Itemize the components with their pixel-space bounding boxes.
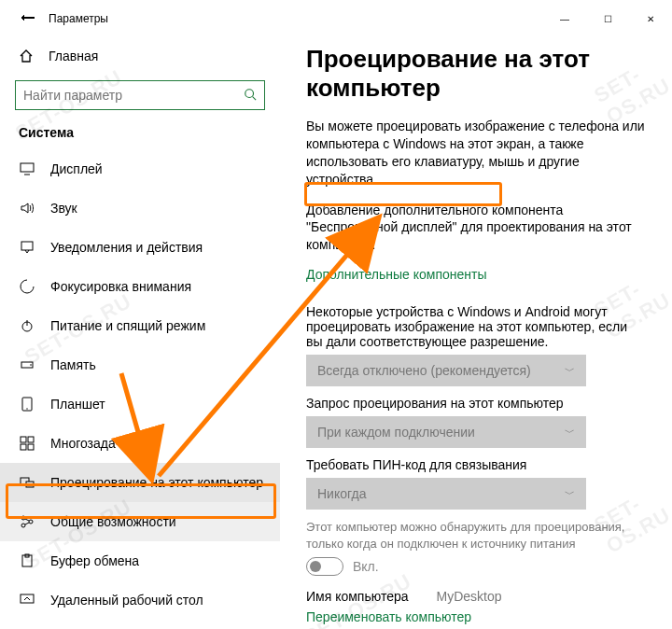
sidebar-item-label: Питание и спящий режим [50, 318, 205, 333]
discover-note: Этот компьютер можно обнаружить для прое… [306, 519, 646, 552]
sidebar-item-focus[interactable]: Фокусировка внимания [0, 267, 280, 306]
chevron-down-icon: ﹀ [565, 364, 575, 378]
svg-rect-2 [21, 163, 34, 172]
svg-rect-12 [28, 437, 34, 442]
sidebar-item-label: Проецирование на этот компьютер [50, 475, 263, 490]
optional-features-link[interactable]: Дополнительные компоненты [306, 267, 487, 282]
shared-icon [19, 514, 35, 529]
search-field[interactable] [23, 88, 244, 103]
sidebar: Главная Система Дисплей Звук Уведомлен [0, 37, 280, 629]
svg-point-10 [26, 408, 27, 409]
sidebar-item-projecting[interactable]: Проецирование на этот компьютер [0, 463, 280, 502]
setting1-value: Всегда отключено (рекомендуется) [317, 363, 531, 378]
notifications-icon [19, 240, 35, 255]
sound-icon [19, 201, 35, 216]
setting3-select[interactable]: Никогда ﹀ [306, 478, 586, 510]
sidebar-item-remote[interactable]: Удаленный рабочий стол [0, 580, 280, 620]
sidebar-item-label: Планшет [50, 397, 105, 412]
minimize-button[interactable]: — [543, 4, 586, 34]
sidebar-item-sound[interactable]: Звук [0, 189, 280, 228]
sidebar-item-label: Общие возможности [50, 514, 176, 529]
window-title: Параметры [45, 12, 543, 25]
sidebar-item-clipboard[interactable]: Буфер обмена [0, 541, 280, 580]
chevron-down-icon: ﹀ [565, 426, 575, 440]
setting3-value: Никогда [317, 486, 366, 501]
maximize-button[interactable]: ☐ [586, 4, 629, 34]
svg-rect-24 [21, 594, 34, 603]
sidebar-item-label: Многозадачность [50, 436, 156, 451]
tablet-icon [19, 397, 35, 412]
page-title: Проецирование на этот компьютер [306, 45, 646, 103]
search-input[interactable] [15, 80, 265, 110]
svg-rect-16 [26, 482, 34, 487]
setting2-select[interactable]: При каждом подключении ﹀ [306, 416, 586, 448]
clipboard-icon [19, 553, 35, 568]
setting2-value: При каждом подключении [317, 425, 475, 440]
svg-point-0 [245, 89, 254, 97]
chevron-down-icon: ﹀ [565, 487, 575, 501]
toggle-label: Вкл. [353, 559, 379, 574]
rename-pc-link[interactable]: Переименовать компьютер [306, 609, 471, 624]
pc-name-value: MyDesktop [437, 589, 502, 604]
svg-line-1 [253, 96, 257, 100]
storage-icon [19, 357, 35, 372]
sidebar-item-power[interactable]: Питание и спящий режим [0, 306, 280, 345]
sidebar-home-label: Главная [49, 49, 98, 63]
sidebar-item-label: Память [50, 357, 96, 372]
display-icon [19, 161, 35, 176]
sidebar-item-tablet[interactable]: Планшет [0, 384, 280, 424]
sidebar-item-label: Звук [50, 201, 77, 216]
svg-point-8 [30, 364, 32, 366]
svg-point-17 [21, 516, 25, 520]
svg-rect-11 [21, 437, 26, 442]
power-icon [19, 318, 35, 333]
sidebar-item-label: Удаленный рабочий стол [50, 593, 203, 608]
svg-line-21 [25, 523, 29, 524]
multitask-icon [19, 436, 35, 451]
svg-rect-4 [21, 242, 33, 250]
projecting-icon [19, 475, 35, 490]
sidebar-item-storage[interactable]: Память [0, 345, 280, 384]
remote-icon [19, 593, 35, 608]
intro-text: Вы можете проецировать изображение с тел… [306, 118, 646, 189]
close-button[interactable]: ✕ [629, 4, 672, 34]
sidebar-item-multitask[interactable]: Многозадачность [0, 424, 280, 463]
content-pane: Проецирование на этот компьютер Вы может… [280, 37, 672, 629]
sidebar-item-label: Дисплей [50, 161, 103, 176]
discover-toggle[interactable] [306, 557, 343, 576]
add-component-text: Добавление дополнительного компонента "Б… [306, 202, 646, 255]
back-button[interactable]: 🠔 [11, 10, 45, 27]
svg-point-19 [21, 524, 25, 527]
setting1-select[interactable]: Всегда отключено (рекомендуется) ﹀ [306, 355, 586, 386]
focus-icon [19, 279, 35, 294]
svg-line-20 [25, 519, 29, 521]
sidebar-item-shared[interactable]: Общие возможности [0, 502, 280, 541]
svg-point-18 [29, 520, 33, 524]
sidebar-section-title: Система [0, 119, 280, 149]
sidebar-home[interactable]: Главная [0, 37, 280, 75]
setting2-label: Запрос проецирования на этот компьютер [306, 396, 646, 411]
setting3-label: Требовать ПИН-код для связывания [306, 457, 646, 472]
setting1-label: Некоторые устройства с Windows и Android… [306, 304, 646, 349]
svg-rect-13 [21, 444, 26, 450]
sidebar-item-display[interactable]: Дисплей [0, 149, 280, 189]
pc-name-label: Имя компьютера [306, 589, 409, 604]
home-icon [19, 49, 34, 63]
sidebar-item-notifications[interactable]: Уведомления и действия [0, 228, 280, 267]
sidebar-item-label: Уведомления и действия [50, 240, 203, 255]
sidebar-item-label: Буфер обмена [50, 553, 139, 568]
search-icon [244, 88, 257, 104]
sidebar-item-label: Фокусировка внимания [50, 279, 191, 294]
svg-rect-14 [28, 444, 34, 450]
